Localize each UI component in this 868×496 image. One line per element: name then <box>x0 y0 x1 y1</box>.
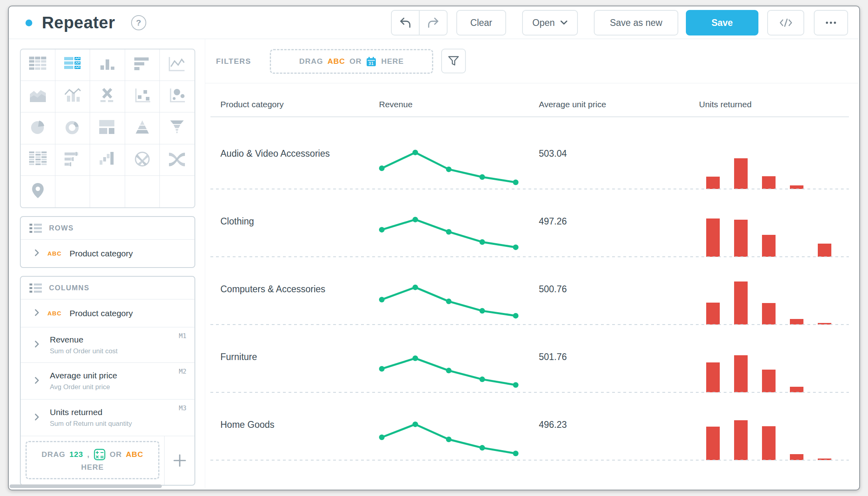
undo-icon <box>399 16 412 30</box>
repeater-icon <box>63 55 82 75</box>
columns-field-product-category[interactable]: ABC Product category <box>21 299 194 327</box>
rows-shelf-title: ROWS <box>49 224 74 232</box>
page-title: Repeater <box>42 13 115 32</box>
column-header-revenue: Revenue <box>379 100 412 109</box>
expand-chevron-icon[interactable] <box>34 249 39 258</box>
chart-type-combo-chart[interactable] <box>55 81 90 112</box>
field-label: Average unit price <box>50 371 117 380</box>
chart-type-text-chart[interactable] <box>90 81 125 112</box>
rows-shelf-header: ROWS <box>21 217 194 240</box>
chart-type-bubble-chart[interactable] <box>160 81 194 112</box>
measure-badge: M1 <box>179 332 187 340</box>
chart-type-bar-chart[interactable] <box>125 49 160 81</box>
rows-field-product-category[interactable]: ABC Product category <box>21 240 194 267</box>
ellipsis-icon <box>825 20 837 25</box>
chart-type-pivot-table[interactable] <box>21 144 55 176</box>
row-average-unit-price-value: 501.76 <box>539 352 567 362</box>
column-header-product-category: Product category <box>220 100 284 109</box>
open-button[interactable]: Open <box>522 10 578 35</box>
chart-type-map-chart[interactable] <box>21 176 55 207</box>
undo-button[interactable] <box>392 11 420 35</box>
more-options-button[interactable] <box>814 10 848 35</box>
chart-type-column-chart[interactable] <box>90 49 125 81</box>
expand-chevron-icon[interactable] <box>34 376 39 386</box>
revenue-sparkline <box>373 213 520 259</box>
expand-chevron-icon[interactable] <box>34 340 39 350</box>
filters-label: FILTERS <box>216 57 251 66</box>
chart-type-repeater[interactable] <box>55 49 90 81</box>
save-button[interactable]: Save <box>686 10 758 35</box>
redo-icon <box>426 16 440 30</box>
field-label: Units returned <box>50 407 132 417</box>
status-dot-icon <box>26 20 32 26</box>
measure-drop-area[interactable]: DRAG 123 , OR ABC <box>21 436 165 485</box>
calendar-icon: 31 <box>366 56 377 67</box>
measure-drop-zone: DRAG 123 , OR ABC <box>26 441 159 479</box>
expand-chevron-icon[interactable] <box>34 413 39 423</box>
filter-settings-button[interactable] <box>441 49 466 73</box>
row-average-unit-price-value: 497.26 <box>539 216 567 227</box>
table-icon <box>28 55 47 75</box>
sidebar-divider <box>205 39 205 488</box>
row-category-label: Clothing <box>220 216 254 227</box>
rows-list-icon <box>29 224 42 233</box>
dz-here-label: HERE <box>81 463 104 472</box>
formula-icon <box>94 449 106 461</box>
row-separator <box>210 189 849 189</box>
columns-field-revenue[interactable]: Revenue Sum of Order unit cost M1 <box>21 327 194 362</box>
chart-type-scatter-plot[interactable] <box>125 81 160 112</box>
columns-list-icon <box>29 283 42 293</box>
column-header-average-unit-price: Average unit price <box>539 100 606 109</box>
toolbar-actions: Clear Open Save as new Save <box>391 10 848 35</box>
row-category-label: Furniture <box>220 352 257 362</box>
field-aggregation-label: Avg Order unit price <box>50 383 117 391</box>
chart-type-line-chart[interactable] <box>160 49 194 81</box>
table-header-divider <box>210 116 849 117</box>
column-header-units-returned: Units returned <box>699 100 752 109</box>
field-label: Product category <box>70 249 133 258</box>
combo-chart-icon <box>63 87 82 106</box>
help-icon[interactable]: ? <box>131 15 146 30</box>
filter-drop-zone[interactable]: DRAG ABC OR 31 HERE <box>270 49 433 74</box>
scatter-plot-icon <box>133 87 152 106</box>
expand-chevron-icon[interactable] <box>34 309 39 318</box>
field-type-abc: ABC <box>47 250 62 257</box>
row-average-unit-price-value: 503.04 <box>539 148 567 159</box>
filter-here-label: HERE <box>381 57 404 66</box>
columns-field-units-returned[interactable]: Units returned Sum of Return unit quanti… <box>21 399 194 436</box>
plus-icon <box>173 453 187 468</box>
clear-button[interactable]: Clear <box>456 10 506 35</box>
history-buttons <box>391 10 448 35</box>
redo-button[interactable] <box>420 11 447 35</box>
row-separator <box>210 460 849 461</box>
chart-type-empty-cell <box>160 176 194 207</box>
chart-type-chord-diagram[interactable] <box>125 144 160 176</box>
embed-code-button[interactable] <box>767 10 804 35</box>
funnel-icon <box>447 55 460 67</box>
chart-type-pyramid-chart[interactable] <box>125 112 160 144</box>
chart-type-area-chart[interactable] <box>21 81 55 112</box>
chart-type-treemap[interactable] <box>90 112 125 144</box>
chart-type-bullet-chart[interactable] <box>55 144 90 176</box>
chevron-down-icon <box>560 20 568 25</box>
bubble-chart-icon <box>167 87 187 106</box>
save-as-new-button[interactable]: Save as new <box>594 10 678 35</box>
chart-type-sankey-diagram[interactable] <box>160 144 194 176</box>
horizontal-scrollbar[interactable] <box>10 484 162 488</box>
units-returned-bars <box>706 213 834 257</box>
chart-type-pie-chart[interactable] <box>21 112 55 144</box>
dz-drag-label: DRAG <box>41 450 65 459</box>
columns-field-average-unit-price[interactable]: Average unit price Avg Order unit price … <box>21 362 194 399</box>
filters-divider <box>205 83 858 83</box>
chart-type-empty-cell <box>125 176 160 207</box>
chart-type-donut-chart[interactable] <box>55 112 90 144</box>
row-category-label: Computers & Accessories <box>220 284 325 295</box>
chart-type-funnel-chart[interactable] <box>160 112 194 144</box>
dz-number-token: 123 <box>69 450 83 459</box>
toolbar: Repeater ? Clear <box>9 6 858 39</box>
chart-type-waterfall-chart[interactable] <box>90 144 125 176</box>
revenue-sparkline <box>373 145 520 191</box>
columns-shelf-header: COLUMNS <box>21 277 194 299</box>
add-measure-button[interactable] <box>165 436 194 485</box>
chart-type-table[interactable] <box>21 49 55 81</box>
